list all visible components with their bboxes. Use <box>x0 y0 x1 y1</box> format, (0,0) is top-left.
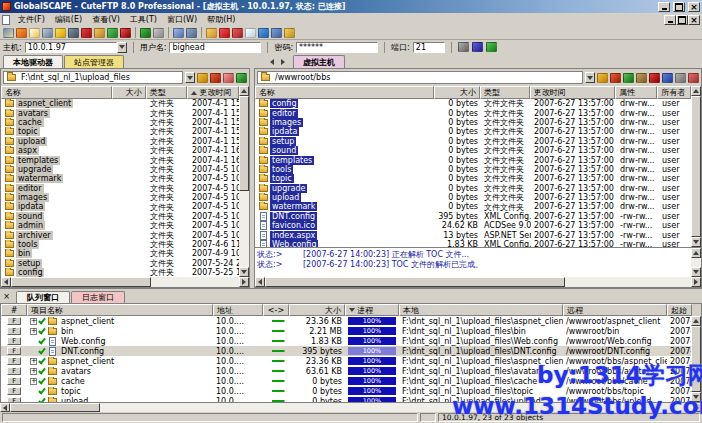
expand-toggle-icon[interactable] <box>30 318 37 325</box>
new-page-icon[interactable] <box>245 28 256 38</box>
remote-horizontal-scrollbar[interactable] <box>255 277 701 287</box>
tools-icon[interactable] <box>636 73 647 83</box>
user-icon[interactable] <box>271 28 282 38</box>
child-close-button[interactable] <box>688 15 700 25</box>
queue-row[interactable]: Favatars10.0....63.61 KB100%F:\dnt_sql_n… <box>1 366 691 376</box>
local-vertical-scrollbar[interactable] <box>239 86 249 277</box>
local-horizontal-scrollbar[interactable] <box>1 277 249 287</box>
folder-compare-icon[interactable] <box>210 73 221 83</box>
scroll-up-button[interactable] <box>691 316 701 326</box>
host-dropdown-button[interactable] <box>117 42 127 53</box>
expand-toggle-icon[interactable] <box>30 368 37 375</box>
child-window-icon[interactable] <box>2 15 10 25</box>
edit-icon[interactable] <box>42 28 53 38</box>
file-row[interactable]: templates文件夹2007-4-1 16 <box>1 155 239 164</box>
file-row[interactable]: cache文件夹2007-4-1 15 <box>1 118 239 127</box>
column-header[interactable]: 地址 <box>213 304 263 316</box>
folder-compare-icon[interactable] <box>610 73 621 83</box>
expand-toggle-icon[interactable] <box>30 328 37 335</box>
expand-toggle-icon[interactable] <box>30 358 37 365</box>
column-header[interactable]: 大小 <box>289 304 345 316</box>
expand-toggle-icon[interactable] <box>30 378 37 385</box>
scroll-thumb[interactable] <box>10 403 100 412</box>
file-row[interactable]: images0 bytes文件文件夹2007-6-27 13:57:00drw-… <box>255 118 691 127</box>
minimize-button[interactable] <box>658 2 670 12</box>
column-header[interactable]: <-> <box>263 304 289 316</box>
file-row[interactable]: Web.config1.83 KBXML Config...2007-6-27 … <box>255 240 691 247</box>
menu-item[interactable]: 查看(V) <box>87 14 125 25</box>
column-header[interactable]: 大小 <box>112 86 146 99</box>
queue-flag-badge[interactable]: F <box>7 387 21 395</box>
refresh-icon[interactable] <box>623 73 634 83</box>
up-directory-icon[interactable] <box>197 73 208 83</box>
file-row[interactable]: sound0 bytes文件文件夹2007-6-27 13:57:00drw-r… <box>255 146 691 155</box>
tab-remote-site[interactable]: 虚拟主机 <box>293 55 345 68</box>
queue-close-button[interactable]: × <box>2 292 11 301</box>
column-header[interactable]: 起始 <box>667 304 692 316</box>
column-header[interactable]: 更改时间 <box>530 86 616 99</box>
menu-item[interactable]: 编辑(E) <box>50 14 87 25</box>
queue-row[interactable]: Fupload10.0....0 bytes100%F:\dnt_sql_nl_… <box>1 396 691 402</box>
menu-item[interactable]: 帮助(H) <box>202 14 240 25</box>
column-header[interactable]: 类型 <box>146 86 188 99</box>
queue-flag-badge[interactable]: F <box>7 397 21 402</box>
file-row[interactable]: config0 bytes文件文件夹2007-6-27 13:57:00drw-… <box>255 99 691 108</box>
quick-connect-icon[interactable] <box>16 28 27 38</box>
file-row[interactable]: setup文件夹2007-5-24 2 <box>1 259 239 268</box>
column-header[interactable]: 项目名称 <box>27 304 213 316</box>
quick-add-site-icon[interactable] <box>486 42 497 52</box>
column-header[interactable]: 进程 <box>345 304 399 316</box>
file-row[interactable]: upgrade0 bytes文件文件夹2007-6-27 13:57:00drw… <box>255 184 691 193</box>
file-row[interactable]: bin文件夹2007-4-9 10 <box>1 249 239 258</box>
file-row[interactable]: upload0 bytes文件文件夹2007-6-27 13:57:00drw-… <box>255 193 691 202</box>
child-restore-button[interactable] <box>676 15 688 25</box>
security-icon[interactable] <box>284 28 295 38</box>
scroll-right-button[interactable] <box>692 403 702 412</box>
file-row[interactable]: upgrade文件夹2007-4-5 10 <box>1 165 239 174</box>
queue-flag-badge[interactable]: F <box>7 377 21 385</box>
column-header[interactable]: # <box>1 304 27 316</box>
scroll-up-button[interactable] <box>691 86 701 96</box>
file-row[interactable]: admin文件夹2007-4-5 10 <box>1 221 239 230</box>
tab-log-window[interactable]: 日志窗口 <box>71 291 125 303</box>
file-row[interactable]: watermark0 bytes文件文件夹2007-6-27 13:57:00d… <box>255 202 691 211</box>
scroll-thumb[interactable] <box>239 96 249 191</box>
file-row[interactable]: tools文件夹2007-4-6 11 <box>1 240 239 249</box>
scroll-thumb[interactable] <box>265 277 565 287</box>
up-directory-icon[interactable] <box>597 73 608 83</box>
file-row[interactable]: templates0 bytes文件文件夹2007-6-27 13:57:00d… <box>255 155 691 164</box>
queue-row[interactable]: FDNT.config10.0....395 bytes100%F:\dnt_s… <box>1 346 691 356</box>
password-input[interactable] <box>296 42 378 53</box>
queue-horizontal-scrollbar[interactable] <box>0 403 702 412</box>
remote-path-dropdown-button[interactable] <box>585 72 595 83</box>
folder-sync-icon[interactable] <box>94 28 105 38</box>
refresh-icon[interactable] <box>236 73 247 83</box>
scroll-down-button[interactable] <box>691 267 701 277</box>
priority-icon[interactable] <box>219 28 230 38</box>
username-input[interactable] <box>169 42 261 53</box>
queue-flag-badge[interactable]: F <box>7 337 21 345</box>
file-row[interactable]: topic0 bytes文件文件夹2007-6-27 13:57:00drw-r… <box>255 174 691 183</box>
view-list-icon[interactable] <box>662 73 673 83</box>
connect-bolt-icon[interactable] <box>55 28 66 38</box>
column-header[interactable]: 类型 <box>480 86 530 99</box>
column-header[interactable]: 本地 <box>399 304 563 316</box>
scroll-left-button[interactable] <box>1 277 11 287</box>
scroll-right-button[interactable] <box>239 277 249 287</box>
column-header[interactable]: 大小 <box>434 86 480 99</box>
scroll-left-button[interactable] <box>0 403 10 412</box>
file-row[interactable]: tools0 bytes文件文件夹2007-6-27 13:57:00drw-r… <box>255 165 691 174</box>
queue-row[interactable]: Faspnet_client10.0....23.36 KB100%F:\dnt… <box>1 356 691 366</box>
file-row[interactable]: setup0 bytes文件文件夹2007-6-27 13:57:00drw-r… <box>255 137 691 146</box>
file-row[interactable]: watermark文件夹2007-4-5 10 <box>1 174 239 183</box>
file-row[interactable]: images文件夹2007-4-5 10 <box>1 193 239 202</box>
tab-local-drives[interactable]: 本地驱动器 <box>3 55 63 68</box>
connect-icon[interactable] <box>3 28 14 38</box>
file-row[interactable]: upload文件夹2007-4-1 15 <box>1 137 239 146</box>
file-row[interactable]: editor文件夹2007-4-5 10 <box>1 184 239 193</box>
child-minimize-button[interactable] <box>664 15 676 25</box>
tab-scroll-left-button[interactable] <box>267 57 276 66</box>
scroll-up-button[interactable] <box>691 248 701 258</box>
queue-flag-badge[interactable]: F <box>7 357 21 365</box>
file-row[interactable]: DNT.config395 bytesXML Config...2007-6-2… <box>255 212 691 221</box>
